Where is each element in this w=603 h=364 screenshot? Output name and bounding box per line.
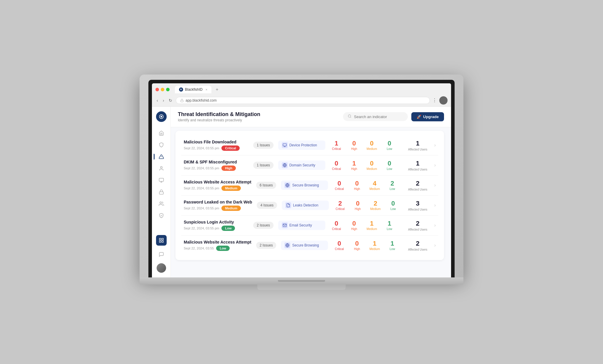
- threat-meta: Sept 22, 2024, 03:55 pm High: [184, 166, 249, 171]
- low-count: 1 Low: [383, 220, 396, 231]
- low-count: 1 Low: [386, 240, 399, 251]
- logo[interactable]: [156, 111, 167, 122]
- category-label: Device Protection: [289, 143, 317, 147]
- upgrade-button[interactable]: 🚀 Upgrade: [411, 112, 444, 121]
- sidebar-item-support[interactable]: [156, 249, 167, 260]
- svg-rect-11: [159, 238, 161, 240]
- svg-point-5: [160, 166, 162, 168]
- threat-row[interactable]: Malicious Website Access Attempt Sept 22…: [181, 176, 438, 196]
- medium-count: 0 Medium: [365, 160, 378, 171]
- severity-counts: 0 Critical 0 High 4 Medium 2 Low: [333, 180, 401, 191]
- browser-chrome: B BlackfishID × + ‹ › ↻: [152, 83, 451, 107]
- threat-list-wrapper: Malicious File Downloaded Sept 22, 2024,…: [171, 131, 451, 260]
- high-count: 0 High: [350, 240, 363, 251]
- address-bar[interactable]: app.blackfishid.com: [176, 97, 430, 104]
- threat-info: Password Leaked on the Dark Web Sept 22,…: [184, 200, 252, 211]
- threat-name: Malicious Website Access Attempt: [184, 180, 251, 184]
- high-count: 0 High: [351, 200, 364, 211]
- threat-date: Sept 22, 2024, 03:55 pm: [184, 146, 219, 150]
- traffic-light-green[interactable]: [166, 88, 170, 91]
- category-label: Domain Security: [289, 163, 315, 167]
- severity-counts: 0 Critical 0 High 1 Medium 1 Low: [330, 220, 401, 231]
- svg-point-2: [160, 116, 162, 117]
- category-label: Secure Browsing: [292, 183, 319, 187]
- category-label: Leaks Detection: [293, 203, 318, 207]
- issues-badge: 4 Issues: [257, 202, 277, 209]
- category-icon: [282, 222, 288, 228]
- severity-counts: 1 Critical 0 High 0 Medium 0 Low: [330, 140, 401, 150]
- threat-info: DKIM & SPF Misconfigured Sept 22, 2024, …: [184, 160, 249, 171]
- row-arrow[interactable]: ›: [434, 143, 436, 148]
- new-tab-button[interactable]: +: [213, 86, 221, 93]
- traffic-light-yellow[interactable]: [161, 88, 164, 91]
- svg-point-10: [160, 202, 161, 203]
- traffic-light-red[interactable]: [155, 88, 159, 91]
- category-tag: Device Protection: [278, 140, 325, 150]
- threat-name: Suspicious Login Activity: [184, 220, 249, 224]
- svg-rect-0: [181, 100, 183, 102]
- sidebar-item-security[interactable]: [156, 210, 167, 221]
- page-header: Threat Identification & Mitigation Ident…: [171, 107, 451, 127]
- sidebar-item-alerts[interactable]: [156, 151, 167, 162]
- refresh-button[interactable]: ↻: [168, 97, 173, 103]
- tab-favicon: B: [179, 87, 183, 92]
- svg-rect-17: [283, 144, 286, 146]
- high-count: 0 High: [348, 140, 361, 150]
- threat-date: Sept 22, 2024, 03:55: [184, 246, 214, 250]
- sidebar-item-lock[interactable]: [156, 187, 167, 197]
- sidebar-item-shield[interactable]: [156, 140, 167, 150]
- low-count: 0 Low: [383, 140, 396, 150]
- threat-list: Malicious File Downloaded Sept 22, 2024,…: [175, 131, 444, 260]
- category-icon: [284, 242, 290, 248]
- row-arrow[interactable]: ›: [434, 223, 436, 228]
- medium-count: 2 Medium: [369, 200, 382, 211]
- laptop-notch: [278, 280, 325, 282]
- low-count: 0 Low: [383, 160, 396, 171]
- threat-info: Suspicious Login Activity Sept 22, 2024,…: [184, 220, 249, 231]
- affected-users: 1 Affected Users: [406, 160, 430, 171]
- threat-row[interactable]: Suspicious Login Activity Sept 22, 2024,…: [181, 216, 438, 236]
- threat-date: Sept 22, 2024, 03:55 pm: [184, 206, 219, 210]
- threat-row[interactable]: DKIM & SPF Misconfigured Sept 22, 2024, …: [181, 155, 438, 176]
- svg-line-16: [350, 117, 351, 118]
- row-arrow[interactable]: ›: [434, 163, 436, 168]
- threat-info: Malicious Website Access Attempt Sept 22…: [184, 180, 251, 191]
- search-box[interactable]: [343, 112, 408, 121]
- sidebar-item-monitor[interactable]: [156, 198, 167, 209]
- high-count: 0 High: [350, 180, 363, 191]
- profile-icon[interactable]: [439, 96, 448, 105]
- back-button[interactable]: ‹: [155, 97, 159, 103]
- critical-count: 1 Critical: [330, 140, 343, 150]
- issues-badge: 2 Issues: [256, 242, 276, 249]
- severity-badge: Low: [216, 246, 230, 251]
- sidebar-item-users[interactable]: [156, 163, 167, 174]
- svg-rect-6: [159, 178, 163, 181]
- tab-close-button[interactable]: ×: [206, 88, 207, 91]
- row-arrow[interactable]: ›: [434, 243, 436, 248]
- threat-meta: Sept 22, 2024, 03:55 pm Low: [184, 226, 249, 231]
- sidebar-item-devices[interactable]: [156, 175, 167, 186]
- row-arrow[interactable]: ›: [434, 203, 436, 208]
- threat-row[interactable]: Malicious Website Access Attempt Sept 22…: [181, 236, 438, 255]
- sidebar-item-home[interactable]: [156, 128, 167, 138]
- severity-counts: 0 Critical 1 High 0 Medium 0 Low: [330, 160, 401, 171]
- forward-button[interactable]: ›: [162, 97, 165, 103]
- page-title-block: Threat Identification & Mitigation Ident…: [178, 111, 260, 122]
- critical-count: 0 Critical: [330, 160, 343, 171]
- user-avatar[interactable]: [157, 263, 166, 273]
- active-tab[interactable]: B BlackfishID ×: [175, 86, 211, 93]
- row-arrow[interactable]: ›: [434, 183, 436, 188]
- threat-row[interactable]: Password Leaked on the Dark Web Sept 22,…: [181, 196, 438, 216]
- browser-menu[interactable]: ⋮: [432, 97, 437, 103]
- svg-rect-14: [159, 241, 161, 242]
- search-input[interactable]: [354, 115, 403, 119]
- high-count: 0 High: [348, 220, 361, 231]
- severity-badge: Medium: [221, 206, 241, 211]
- affected-users: 2 Affected Users: [406, 220, 430, 231]
- category-icon: [282, 162, 288, 168]
- laptop-stand: [257, 284, 346, 290]
- critical-count: 0 Critical: [330, 220, 343, 231]
- header-right: 🚀 Upgrade: [343, 112, 444, 121]
- sidebar-item-analytics[interactable]: [156, 235, 167, 246]
- threat-row[interactable]: Malicious File Downloaded Sept 22, 2024,…: [181, 135, 438, 155]
